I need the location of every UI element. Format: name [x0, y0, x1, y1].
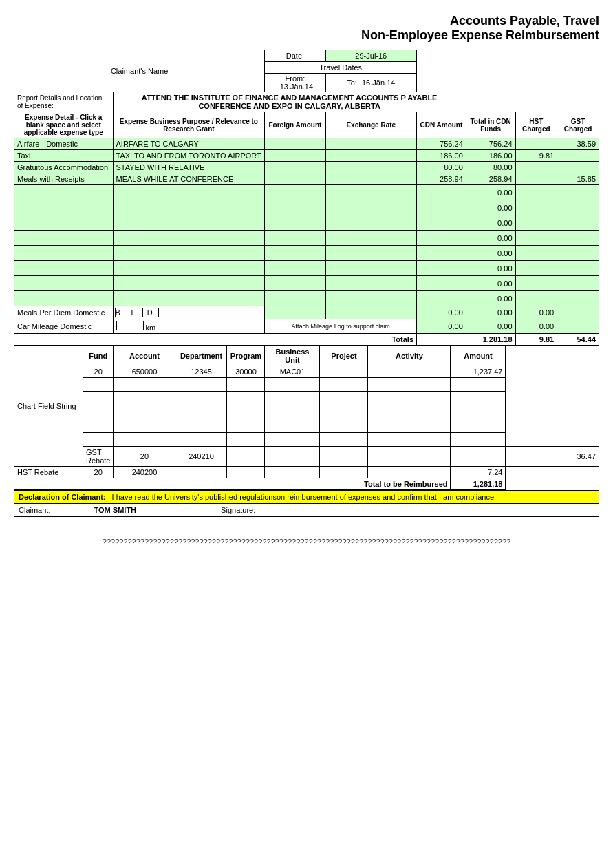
main-form-table: Claimant's Name Date: 29-Jul-16 Travel D…	[14, 50, 599, 346]
lunch-box: L	[131, 308, 143, 317]
totals-row: Totals 1,281.18 9.81 54.44	[14, 334, 599, 346]
hst-rebate-account: 240200	[114, 467, 175, 478]
title-line1: Accounts Payable, Travel	[14, 14, 599, 28]
department-header: Department	[175, 346, 227, 366]
travel-dates-label: Travel Dates	[265, 62, 417, 74]
program-header: Program	[227, 346, 265, 366]
exchange-rate-header: Exchange Rate	[325, 112, 416, 138]
expense-detail-header: Expense Detail - Click a blank space and…	[14, 112, 114, 138]
chartfield-empty-row-3	[14, 405, 599, 419]
expense-row-2: Gratuitous Accommodation STAYED WITH REL…	[14, 162, 599, 173]
empty-row-2: 0.00	[14, 200, 599, 215]
empty-row-3: 0.00	[14, 215, 599, 231]
expense-row-3: Meals with Receipts MEALS WHILE AT CONFE…	[14, 173, 599, 185]
chartfield-empty-row-5	[14, 433, 599, 447]
empty-row-6: 0.00	[14, 261, 599, 276]
date-row: Claimant's Name Date: 29-Jul-16	[14, 50, 599, 62]
claimant-name-cell: Claimant's Name	[14, 50, 265, 92]
date-label: Date:	[265, 50, 325, 62]
gst-rebate-fund: 20	[114, 447, 175, 467]
cf-project-1	[320, 366, 368, 378]
declaration-row: Declaration of Claimant: I have read the…	[14, 491, 599, 504]
amount-header: Amount	[451, 346, 506, 366]
chartfield-data-row-1: 20 650000 12345 30000 MAC01 1,237.47	[14, 366, 599, 378]
cf-fund-1: 20	[83, 366, 114, 378]
foreign-amount-header: Foreign Amount	[265, 112, 325, 138]
report-details-value: ATTEND THE INSTITUTE OF FINANCE AND MANA…	[113, 92, 466, 112]
account-header: Account	[114, 346, 175, 366]
chartfield-empty-row-4	[14, 419, 599, 433]
cf-bu-1: MAC01	[265, 366, 320, 378]
business-unit-header: Business Unit	[265, 346, 320, 366]
cf-account-1: 650000	[114, 366, 175, 378]
title-line2: Non-Employee Expense Reimbursement	[14, 28, 599, 43]
totals-label: Totals	[14, 334, 417, 346]
total-reimbursed-value: 1,281.18	[451, 478, 506, 490]
from-value: 13.Jän.14	[280, 83, 313, 91]
gst-charged-header: GST Charged	[557, 112, 599, 138]
totals-hst: 9.81	[515, 334, 557, 346]
signature-label: Signature:	[221, 506, 255, 514]
column-headers-row: Expense Detail - Click a blank space and…	[14, 112, 599, 138]
cdn-amount-header: CDN Amount	[417, 112, 466, 138]
to-label: To:	[347, 78, 357, 87]
expense-row-0: Airfare - Domestic AIRFARE TO CALGARY 75…	[14, 138, 599, 150]
activity-header: Activity	[368, 346, 451, 366]
empty-row-4: 0.00	[14, 231, 599, 246]
to-value: 16.Jän.14	[362, 78, 395, 87]
declaration-table: Declaration of Claimant: I have read the…	[14, 490, 599, 517]
cf-dept-1: 12345	[175, 366, 227, 378]
date-value: 29-Jul-16	[325, 50, 416, 62]
empty-row-1: 0.00	[14, 185, 599, 200]
report-details-row: Report Details and Location of Expense: …	[14, 92, 599, 112]
meals-per-diem-label: Meals Per Diem Domestic	[14, 306, 114, 319]
gst-rebate-label: GST Rebate	[83, 447, 114, 467]
chartfield-empty-row-2	[14, 392, 599, 405]
cf-program-1: 30000	[227, 366, 265, 378]
gst-rebate-row: GST Rebate 20 240210 36.47	[14, 447, 599, 467]
footer: ????????????????????????????????????????…	[14, 538, 599, 546]
total-reimbursed-row: Total to be Reimbursed 1,281.18	[14, 478, 599, 490]
fund-header: Fund	[83, 346, 114, 366]
expense-row-1: Taxi TAXI TO AND FROM TORONTO AIRPORT 18…	[14, 150, 599, 162]
gst-rebate-amount: 36.47	[506, 447, 599, 467]
business-purpose-header: Expense Business Purpose / Relevance to …	[113, 112, 265, 138]
chartfield-label: Chart Field String	[14, 346, 83, 467]
breakfast-box: B	[115, 308, 127, 317]
chartfield-header-row: Chart Field String Fund Account Departme…	[14, 346, 599, 366]
mileage-km-box	[116, 321, 144, 330]
claimant-name-label: Claimant's Name	[111, 67, 168, 75]
claimant-row: Claimant: TOM SMITH Signature:	[14, 504, 599, 517]
totals-gst: 54.44	[557, 334, 599, 346]
dinner-box: D	[147, 308, 159, 317]
hst-charged-header: HST Charged	[515, 112, 557, 138]
claimant-name-value: TOM SMITH	[94, 506, 137, 514]
car-mileage-label: Car Mileage Domestic	[14, 319, 114, 334]
empty-row-8: 0.00	[14, 291, 599, 306]
meals-per-diem-row: Meals Per Diem Domestic B L D 0.00 0.00 …	[14, 306, 599, 319]
declaration-label: Declaration of Claimant:	[19, 493, 106, 501]
cf-activity-1	[368, 366, 451, 378]
total-cdn-funds-header: Total in CDN Funds	[466, 112, 515, 138]
km-unit: km	[146, 324, 156, 332]
chartfield-table: Chart Field String Fund Account Departme…	[14, 346, 599, 490]
empty-row-7: 0.00	[14, 276, 599, 291]
page-title: Accounts Payable, Travel Non-Employee Ex…	[14, 14, 599, 43]
project-header: Project	[320, 346, 368, 366]
mileage-note: Attach Mileage Log to support claim	[265, 319, 417, 334]
hst-rebate-amount: 7.24	[451, 467, 506, 478]
gst-rebate-account: 240210	[175, 447, 227, 467]
totals-total: 1,281.18	[466, 334, 515, 346]
report-details-label: Report Details and Location of Expense:	[14, 92, 114, 112]
footer-text: ????????????????????????????????????????…	[103, 538, 510, 546]
cf-amount-1: 1,237.47	[451, 366, 506, 378]
hst-rebate-label: HST Rebate	[14, 467, 83, 478]
claimant-label: Claimant:	[19, 506, 50, 514]
chartfield-empty-row-1	[14, 378, 599, 392]
from-label: From:	[286, 74, 305, 83]
hst-rebate-fund: 20	[83, 467, 114, 478]
car-mileage-row: Car Mileage Domestic km Attach Mileage L…	[14, 319, 599, 334]
empty-row-5: 0.00	[14, 246, 599, 261]
hst-rebate-row: HST Rebate 20 240200 7.24	[14, 467, 599, 478]
total-reimbursed-label: Total to be Reimbursed	[14, 478, 451, 490]
